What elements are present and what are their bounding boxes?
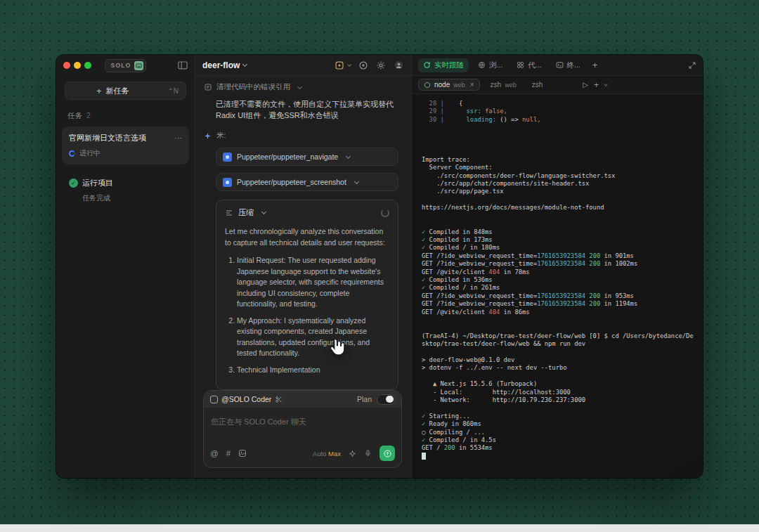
terminal-line <box>422 453 699 461</box>
terminal-line: ✓ Compiled in 848ms <box>422 228 699 236</box>
new-task-label: 新任务 <box>106 86 129 96</box>
terminal-line <box>422 132 699 140</box>
live-follow-icon <box>423 61 431 69</box>
agent-icon <box>210 396 218 403</box>
compress-item: Technical Implementation <box>237 365 389 376</box>
terminal-line: ✓ Compiled / in 180ms <box>422 244 699 252</box>
new-chat-icon[interactable] <box>358 60 368 70</box>
tab-terminal[interactable]: 终... <box>551 58 585 72</box>
message-icon <box>204 83 212 91</box>
image-attach-icon[interactable] <box>238 449 247 458</box>
settings-gear-icon[interactable] <box>376 60 386 70</box>
task-item-done[interactable]: ✓ 运行项目 任务完成 <box>62 171 189 209</box>
plan-label: Plan <box>357 395 372 403</box>
shell-tab-name: zsh <box>532 81 543 89</box>
shell-tab-node-web[interactable]: node web × <box>418 79 480 91</box>
sidebar-toggle-icon[interactable] <box>178 61 188 70</box>
mention-icon[interactable]: @ <box>210 449 219 458</box>
terminal-line <box>422 124 699 131</box>
in-progress-icon <box>69 150 75 157</box>
puppeteer-icon <box>223 153 232 162</box>
node-icon <box>424 82 431 89</box>
hash-icon[interactable]: # <box>226 449 231 458</box>
terminal-line <box>422 196 699 204</box>
compress-card-header[interactable]: 压缩 <box>225 207 389 218</box>
new-task-button[interactable]: + 新任务 ⌃N <box>65 82 186 100</box>
add-terminal-icon[interactable]: + <box>594 80 607 90</box>
project-title: deer-flow <box>202 60 240 70</box>
compress-title: 压缩 <box>238 207 254 218</box>
shell-tab-bar: node web × zsh web zsh ▷ + <box>412 76 703 94</box>
terminal-line: GET / 200 in 5534ms <box>422 444 699 452</box>
terminal-line: Server Component: <box>422 164 699 171</box>
terminal-line: ○ Compiling / ... <box>422 429 699 436</box>
tool-call-label: Puppeteer/puppeteer_screenshot <box>237 178 346 186</box>
project-title-dropdown[interactable]: deer-flow <box>202 60 247 70</box>
keyboard-icon <box>134 61 143 70</box>
tool-call-screenshot[interactable]: Puppeteer/puppeteer_screenshot <box>216 173 398 191</box>
terminal-line <box>422 220 699 228</box>
code-grid-icon <box>517 61 524 69</box>
shell-tab-suffix: web <box>505 82 517 89</box>
shell-tab-suffix: web <box>453 82 465 89</box>
agent-selector-chip[interactable]: @SOLO Coder <box>210 395 283 403</box>
terminal-line: 30 | loading: () => null, <box>422 116 699 124</box>
terminal-line: - Local: http://localhost:3000 <box>422 389 699 396</box>
terminal-line: 28 | { <box>422 100 699 108</box>
run-icon[interactable]: ▷ <box>583 81 588 89</box>
task-title: 运行项目 <box>82 178 182 188</box>
terminal-line: GET /?ide_webview_request_time=176165392… <box>422 300 699 308</box>
terminal-line: GET /?ide_webview_request_time=176165392… <box>422 252 699 260</box>
compress-card: 压缩 Let me chronologically analyze this c… <box>216 200 398 390</box>
browser-icon <box>478 61 486 69</box>
sparkle-icon[interactable] <box>349 450 356 458</box>
tool-call-navigate[interactable]: Puppeteer/puppeteer_navigate <box>216 148 398 166</box>
compress-item: Initial Request: The user requested addi… <box>237 255 389 310</box>
mic-icon[interactable] <box>364 449 372 458</box>
chat-input[interactable]: 您正在与 SOLO Coder 聊天 <box>204 408 401 440</box>
terminal-line: ./src/app/page.tsx <box>422 188 699 195</box>
shell-tab-zsh[interactable]: zsh <box>527 79 548 90</box>
compress-item-list: Initial Request: The user requested addi… <box>225 255 389 375</box>
close-tab-icon[interactable]: × <box>470 81 474 89</box>
user-avatar-icon[interactable] <box>394 60 404 70</box>
terminal-output[interactable]: 28 | { 29 | ssr: false, 30 | loading: ()… <box>412 94 703 478</box>
task-title: 官网新增日文语言选项 <box>69 133 170 143</box>
task-sidebar: SOLO + 新任务 ⌃N 任务 2 官网新增 <box>56 55 195 478</box>
tool-call-label: Puppeteer/puppeteer_navigate <box>237 153 338 161</box>
terminal-line: ✓ Compiled in 536ms <box>422 276 699 284</box>
terminal-line: - Network: http://10.79.236.237:3000 <box>422 396 699 404</box>
shell-tab-zsh-web[interactable]: zsh web <box>486 79 521 90</box>
send-button[interactable] <box>379 446 395 461</box>
zoom-window-button[interactable] <box>84 62 91 69</box>
tab-live-follow[interactable]: 实时跟随 <box>418 58 469 72</box>
terminal-line: ✓ Compiled / in 4.5s <box>422 436 699 444</box>
add-panel-icon[interactable]: + <box>590 60 601 70</box>
terminal-line: 29 | ssr: false, <box>422 108 699 115</box>
plan-toggle[interactable] <box>377 394 395 405</box>
expand-panel-icon[interactable] <box>688 61 696 70</box>
chevron-down-icon <box>347 63 351 67</box>
compress-item: My Approach: I systematically analyzed e… <box>237 316 389 359</box>
collapsed-message-header[interactable]: 清理代码中的错误引用 <box>204 82 403 92</box>
terminal-line: ./src/components/deer-flow/language-swit… <box>422 172 699 180</box>
solo-mode-badge[interactable]: SOLO <box>105 59 147 72</box>
tab-browser[interactable]: 浏... <box>473 58 507 72</box>
tab-code[interactable]: 代... <box>512 58 546 72</box>
task-menu-icon[interactable]: ⋯ <box>174 134 182 143</box>
terminal-line <box>422 148 699 155</box>
terminal-line: > deer-flow-web@0.1.0 dev <box>422 356 699 364</box>
terminal-line <box>422 404 699 412</box>
chevron-down-icon <box>346 153 351 158</box>
app-preview-icon[interactable] <box>335 60 351 70</box>
app-window: SOLO + 新任务 ⌃N 任务 2 官网新增 <box>56 55 703 478</box>
terminal-line: ✓ Compiled / in 261ms <box>422 284 699 292</box>
close-window-button[interactable] <box>63 62 70 69</box>
model-mode-label[interactable]: Auto Max <box>313 450 341 458</box>
task-item-in-progress[interactable]: 官网新增日文语言选项 ⋯ 进行中 <box>62 126 189 164</box>
minimize-window-button[interactable] <box>74 62 81 69</box>
tasks-count: 2 <box>86 111 91 121</box>
terminal-line <box>422 324 699 332</box>
chevron-down-icon <box>261 209 266 214</box>
loading-spinner <box>381 209 389 217</box>
